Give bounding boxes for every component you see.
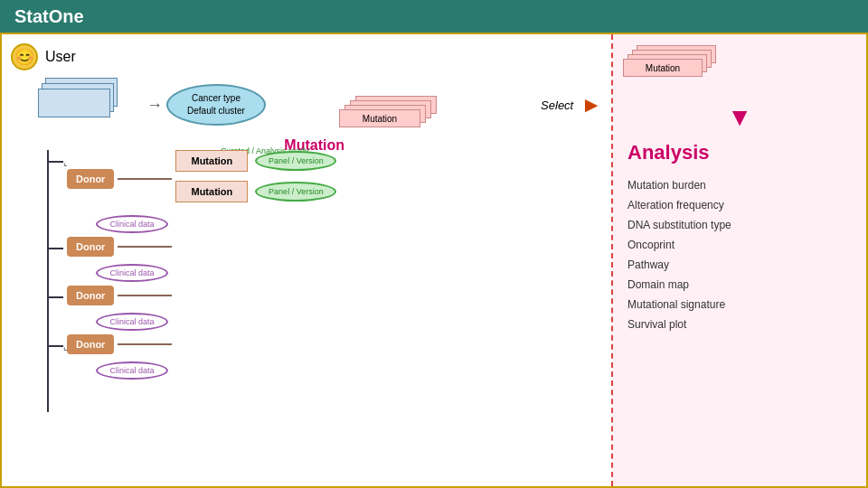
project-area: Project → Cancer type Default cluster Se… <box>38 78 602 132</box>
donor-line-ext-1 <box>118 178 172 180</box>
donor-row-3: Donor <box>47 286 602 305</box>
mut-box-1[interactable]: Mutation <box>175 150 248 172</box>
donor-group-2: Donor Clinical data <box>47 237 602 282</box>
h-line-2 <box>47 248 63 249</box>
project-card-3 <box>38 89 110 117</box>
donor-group-4: ⌞ Donor Clinical data <box>47 334 602 380</box>
corner-icon-1: ⌞ <box>63 157 68 167</box>
user-row: 😊 User <box>11 43 602 70</box>
clinical-row-3: Clinical data <box>47 311 602 331</box>
right-panel: Mutation ▼ Analysis Mutation burden Alte… <box>613 34 866 486</box>
main-container: 😊 User Project → Cancer type Default clu… <box>0 33 868 488</box>
analysis-item-4[interactable]: Pathway <box>627 255 852 275</box>
analysis-item-3[interactable]: Oncoprint <box>627 235 852 255</box>
analysis-item-2[interactable]: DNA substitution type <box>627 215 852 235</box>
mut-rows-area: Mutation Panel / Version Mutation Panel … <box>175 150 336 208</box>
donor-box-1[interactable]: Donor <box>67 169 114 189</box>
clinical-row-1: Clinical data <box>47 213 602 233</box>
h-line-4 <box>47 345 63 347</box>
mut-box-2[interactable]: Mutation <box>175 181 248 202</box>
donor-row-4: ⌞ Donor <box>47 334 602 354</box>
mut-row-1: Mutation Panel / Version <box>175 150 336 172</box>
project-stack: Project <box>38 78 119 132</box>
clinical-row-2: Clinical data <box>47 262 602 282</box>
rp-mut-card-4: Mutation <box>623 59 703 77</box>
h-line-1 <box>47 161 63 163</box>
clinical-ellipse-4[interactable]: Clinical data <box>96 361 168 380</box>
clinical-ellipse-2[interactable]: Clinical data <box>96 264 168 282</box>
donor-line-ext-4 <box>118 343 172 345</box>
donor-line-ext-2 <box>118 246 172 248</box>
donor-group-1: ⌞ Donor Mutation Panel / Version Mutatio… <box>47 150 602 233</box>
panel-ellipse-1[interactable]: Panel / Version <box>255 151 336 171</box>
clinical-ellipse-3[interactable]: Clinical data <box>96 313 168 331</box>
user-label: User <box>45 49 76 65</box>
donor-group-3: Donor Clinical data <box>47 286 602 331</box>
project-arrow: → <box>146 96 163 115</box>
left-panel: 😊 User Project → Cancer type Default clu… <box>2 34 613 486</box>
donor-box-3[interactable]: Donor <box>67 286 114 305</box>
default-cluster-label: Default cluster <box>187 105 245 117</box>
donor-line-ext-3 <box>118 295 172 296</box>
select-label: Select <box>541 99 573 112</box>
cancer-ellipse[interactable]: Cancer type Default cluster <box>166 84 266 126</box>
analysis-item-0[interactable]: Mutation burden <box>627 175 852 195</box>
analysis-title: Analysis <box>627 141 852 164</box>
header: StatOne <box>0 0 868 33</box>
mut-card-4: Mutation <box>339 109 420 127</box>
donor-box-2[interactable]: Donor <box>67 237 114 257</box>
analysis-list: Mutation burden Alteration frequency DNA… <box>627 175 852 334</box>
h-line-3 <box>47 296 63 298</box>
analysis-item-7[interactable]: Survival plot <box>627 314 852 334</box>
clinical-row-4: Clinical data <box>47 360 602 380</box>
right-panel-mutation-stack: Mutation <box>627 45 852 99</box>
mut-row-2: Mutation Panel / Version <box>175 181 336 202</box>
analysis-item-6[interactable]: Mutational signature <box>627 295 852 314</box>
smiley-icon: 😊 <box>11 43 38 70</box>
panel-ellipse-2[interactable]: Panel / Version <box>255 182 336 202</box>
donor-tree: Curated / Analysis ready ⌞ Donor Mutatio… <box>47 150 602 380</box>
donor-row-2: Donor <box>47 237 602 257</box>
app-title: StatOne <box>14 6 84 27</box>
donor-row-1: ⌞ Donor Mutation Panel / Version Mutatio… <box>47 150 602 208</box>
clinical-ellipse-1[interactable]: Clinical data <box>96 215 168 233</box>
select-arrow-icon: ► <box>580 92 602 117</box>
analysis-item-1[interactable]: Alteration frequency <box>627 195 852 215</box>
cancer-type-label: Cancer type <box>192 92 241 105</box>
corner-icon-4: ⌞ <box>63 342 68 352</box>
down-arrow: ▼ <box>627 103 852 132</box>
donor-box-4[interactable]: Donor <box>67 334 114 354</box>
analysis-item-5[interactable]: Domain map <box>627 275 852 295</box>
